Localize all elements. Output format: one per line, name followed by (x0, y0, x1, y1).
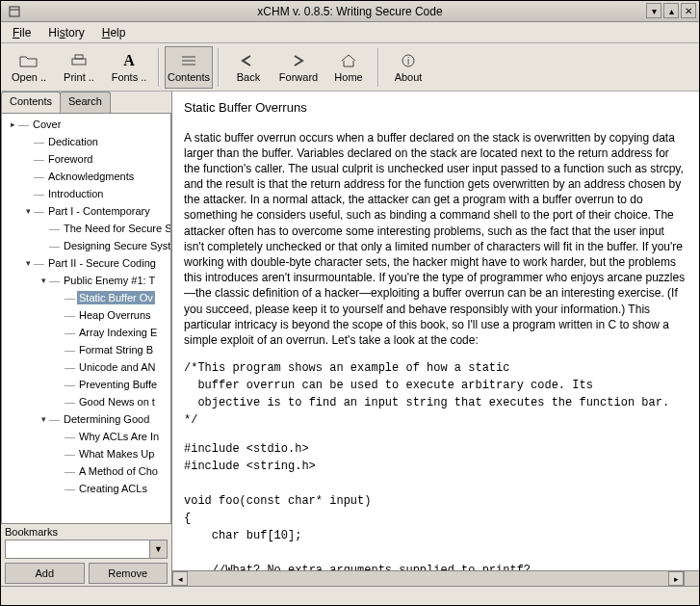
tree-item[interactable]: —Array Indexing E (2, 324, 170, 341)
menu-history[interactable]: History (40, 24, 91, 41)
minimize-button[interactable]: ▾ (646, 3, 661, 18)
maximize-button[interactable]: ▴ (663, 3, 679, 18)
tree-item[interactable]: —Why ACLs Are In (2, 428, 170, 445)
list-icon (180, 51, 197, 70)
tree-item-label: Good News on t (77, 395, 157, 408)
tree-item-label: What Makes Up (77, 447, 156, 461)
scroll-right-arrow-icon[interactable]: ▸ (668, 571, 684, 586)
tree-node-leaf-icon (54, 380, 65, 390)
tree-branch-line: — (34, 257, 44, 269)
bookmarks-add-button[interactable]: Add (5, 563, 85, 584)
fonts-label: Fonts .. (112, 71, 147, 83)
tree-branch-line: — (34, 153, 44, 165)
bookmarks-label: Bookmarks (5, 526, 168, 538)
bookmarks-remove-button[interactable]: Remove (89, 563, 169, 584)
tree-branch-line: — (34, 188, 44, 199)
tree-item-label: Heap Overruns (77, 308, 153, 322)
tree-branch-line: — (65, 465, 75, 477)
tree-item-label: Why ACLs Are In (77, 430, 161, 443)
tree-node-leaf-icon (54, 397, 65, 408)
tree-item[interactable]: —Dedication (2, 133, 170, 150)
chevron-down-icon[interactable]: ▾ (23, 206, 34, 217)
tree-branch-line: — (49, 240, 60, 251)
about-label: About (395, 71, 423, 83)
back-button[interactable]: Back (224, 46, 272, 89)
tree-item[interactable]: —The Need for Secure S (2, 220, 170, 237)
tree-item[interactable]: —Introduction (2, 185, 170, 202)
fonts-button[interactable]: A Fonts .. (105, 46, 153, 89)
tree-item-label: Static Buffer Ov (77, 291, 155, 304)
tree-branch-line: — (65, 483, 75, 494)
print-button[interactable]: Print .. (55, 46, 103, 89)
font-icon: A (123, 51, 135, 70)
status-bar (1, 586, 699, 605)
tree-item-label: Array Indexing E (77, 326, 159, 339)
tree-item[interactable]: —Heap Overruns (2, 306, 170, 324)
chevron-down-icon[interactable]: ▼ (150, 540, 168, 559)
content-pane: Static Buffer Overruns A static buffer o… (172, 92, 699, 586)
tree-item[interactable]: —A Method of Cho (2, 462, 170, 480)
menu-help[interactable]: Help (94, 24, 134, 41)
tree-node-leaf-icon (39, 224, 49, 234)
close-button[interactable]: ✕ (681, 3, 696, 18)
chevron-down-icon[interactable]: ▾ (23, 258, 34, 269)
tree-item[interactable]: ▸—Cover (2, 116, 170, 133)
tree-item[interactable]: —Preventing Buffe (2, 376, 170, 393)
tree-item-label: Part II - Secure Coding (46, 256, 158, 270)
contents-label: Contents (168, 71, 210, 83)
print-label: Print .. (64, 71, 94, 83)
toolbar-separator (377, 48, 379, 87)
tree-node-leaf-icon (23, 171, 34, 182)
horizontal-scrollbar[interactable]: ◂ ▸ (172, 570, 699, 586)
tree-item[interactable]: —What Makes Up (2, 445, 170, 462)
tab-search[interactable]: Search (60, 92, 111, 113)
system-menu-icon[interactable] (7, 4, 22, 19)
tree-item[interactable]: ▾—Part I - Contemporary (2, 202, 170, 220)
chevron-down-icon[interactable]: ▾ (39, 414, 49, 425)
tree-item-label: Public Enemy #1: T (62, 274, 157, 287)
tree-item[interactable]: —Foreword (2, 150, 170, 168)
toolbar: Open .. Print .. A Fonts .. Contents Bac… (1, 43, 699, 92)
tree-branch-line: — (65, 292, 75, 303)
info-icon: i (401, 51, 416, 70)
chevron-right-icon[interactable]: ▸ (8, 119, 18, 130)
tree-item[interactable]: ▾—Part II - Secure Coding (2, 254, 170, 272)
resize-grip-icon[interactable] (684, 571, 699, 586)
tree-branch-line: — (65, 431, 75, 442)
chevron-down-icon[interactable]: ▾ (39, 276, 49, 286)
tree-item[interactable]: —Format String B (2, 341, 170, 358)
about-button[interactable]: i About (384, 46, 432, 89)
contents-toggle-button[interactable]: Contents (165, 46, 213, 89)
bookmarks-combo[interactable] (5, 540, 150, 559)
tree-item[interactable]: —Static Buffer Ov (2, 289, 170, 306)
tree-item[interactable]: —Unicode and AN (2, 358, 170, 376)
tree-item[interactable]: —Acknowledgments (2, 168, 170, 185)
tree-branch-line: — (34, 205, 44, 217)
tree-item[interactable]: —Creating ACLs (2, 480, 170, 497)
tree-item[interactable]: ▾—Determining Good (2, 410, 170, 428)
open-label: Open .. (12, 71, 46, 83)
tree-item[interactable]: —Good News on t (2, 393, 170, 410)
scroll-left-arrow-icon[interactable]: ◂ (172, 571, 188, 586)
tree-item[interactable]: ▾—Public Enemy #1: T (2, 272, 170, 289)
doc-heading: Static Buffer Overruns (184, 99, 687, 117)
tree-item-label: Dedication (46, 135, 100, 148)
contents-tree[interactable]: ▸—Cover—Dedication—Foreword—Acknowledgme… (2, 114, 170, 523)
home-button[interactable]: Home (324, 46, 373, 89)
tree-branch-line: — (34, 136, 44, 147)
menu-file[interactable]: File (5, 24, 39, 41)
tree-item[interactable]: —Designing Secure Systems (2, 237, 170, 254)
tree-branch-line: — (34, 171, 44, 182)
open-button[interactable]: Open .. (5, 46, 53, 89)
document-body[interactable]: Static Buffer Overruns A static buffer o… (172, 92, 699, 570)
tree-node-leaf-icon (23, 154, 34, 165)
tab-contents[interactable]: Contents (1, 92, 61, 113)
svg-rect-0 (10, 7, 19, 16)
tree-item-label: The Need for Secure S (62, 222, 170, 235)
tree-branch-line: — (65, 309, 75, 321)
code-block-source: #include <stdio.h> #include <string.h> v… (184, 440, 687, 570)
forward-button[interactable]: Forward (274, 46, 323, 89)
folder-open-icon (19, 51, 39, 70)
forward-label: Forward (279, 71, 318, 83)
tree-item-label: Part I - Contemporary (46, 204, 152, 218)
